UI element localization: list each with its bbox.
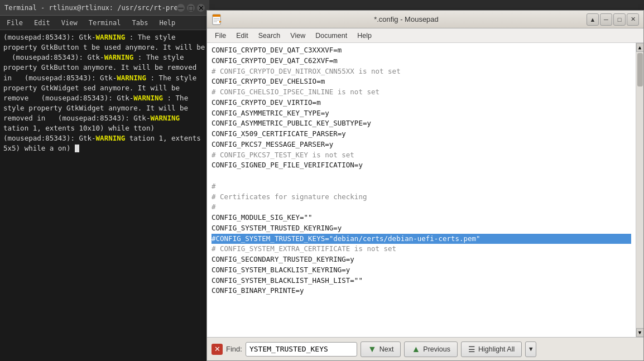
term-line: tation 1, extents 10x10) while: [3, 124, 129, 132]
term-line: [75, 144, 79, 152]
mousepad-titlebar: *.config - Mousepad ▲ ─ □ ✕: [207, 11, 643, 28]
mousepad-app-icon: [212, 14, 223, 25]
findbar: ✕ Find: ▼ Next ▲ Previous ☰ Highlight Al…: [207, 337, 643, 360]
editor-line: CONFIG_CRYPTO_DEV_CHELSIO=m: [212, 76, 631, 87]
svg-rect-1: [213, 15, 220, 17]
terminal-maximize-btn[interactable]: □: [187, 4, 195, 12]
terminal-window-controls: ─ □ ✕: [177, 4, 205, 12]
mousepad-title: *.config - Mousepad: [226, 15, 587, 23]
mousepad-menu-document[interactable]: Document: [311, 31, 352, 41]
term-line: (mousepad:85343): Gtk-WARNING: [25, 74, 146, 82]
find-close-button[interactable]: ✕: [212, 344, 223, 355]
terminal-menu-terminal[interactable]: Terminal: [86, 18, 123, 28]
scroll-down-btn[interactable]: ▼: [636, 328, 644, 337]
warning-label: WARNING: [96, 134, 126, 142]
editor-line: CONFIG_ASYMMETRIC_PUBLIC_KEY_SUBTYPE=y: [212, 118, 631, 129]
terminal-cursor: [75, 145, 79, 152]
terminal-close-btn[interactable]: ✕: [197, 4, 205, 12]
editor-line: CONFIG_SECONDARY_TRUSTED_KEYRING=y: [212, 254, 631, 265]
term-line: [3, 53, 8, 61]
highlight-all-button[interactable]: ☰ Highlight All: [461, 341, 522, 357]
editor-line: CONFIG_SYSTEM_BLACKLIST_KEYRING=y: [212, 265, 631, 276]
find-prev-label: Previous: [423, 345, 450, 353]
editor-line: # Certificates for signature checking: [212, 192, 631, 203]
mousepad-menu-file[interactable]: File: [210, 31, 230, 41]
editor-line: # CONFIG_PKCS7_TEST_KEY is not set: [212, 150, 631, 161]
highlight-icon: ☰: [468, 345, 475, 354]
editor-line: CONFIG_CRYPTO_DEV_VIRTIO=m: [212, 98, 631, 108]
warning-label: WARNING: [117, 74, 146, 82]
arrow-up-icon: ▲: [411, 344, 420, 354]
terminal-menu-help[interactable]: Help: [157, 18, 177, 28]
mousepad-menubar: File Edit Search View Document Help: [207, 28, 643, 43]
editor-line: # CONFIG_SYSTEM_EXTRA_CERTIFICATE is not…: [212, 244, 631, 254]
editor-line: [212, 171, 631, 181]
mousepad-menu-edit[interactable]: Edit: [232, 31, 253, 41]
scroll-thumb[interactable]: [637, 53, 643, 86]
editor-line-highlighted: #CONFIG_SYSTEM_TRUSTED_KEYS="debian/cert…: [212, 234, 631, 244]
editor-line: CONFIG_SYSTEM_TRUSTED_KEYRING=y: [212, 223, 631, 234]
terminal-window: Terminal - rtlinux@rtlinux: /usr/src/rt-…: [0, 0, 209, 361]
warning-label: WARNING: [133, 94, 163, 102]
find-input[interactable]: [246, 342, 357, 357]
term-line: [33, 94, 37, 102]
editor-area: CONFIG_CRYPTO_DEV_QAT_C3XXXVF=m CONFIG_C…: [207, 43, 643, 337]
term-line: (mousepad:85343): Gtk-WARNING: [12, 53, 133, 61]
highlight-dropdown-btn[interactable]: ▼: [525, 341, 536, 357]
editor-line: CONFIG_PKCS7_MESSAGE_PARSER=y: [212, 139, 631, 150]
scroll-up-btn[interactable]: ▲: [636, 43, 644, 52]
editor-scrollbar[interactable]: ▲ ▼: [636, 43, 643, 337]
arrow-down-icon: ▼: [368, 344, 377, 354]
editor-line: CONFIG_CRYPTO_DEV_QAT_C3XXXVF=m: [212, 45, 631, 56]
editor-line: CONFIG_SIGNED_PE_FILE_VERIFICATION=y: [212, 160, 631, 171]
term-line: [158, 124, 163, 132]
highlight-all-label: Highlight All: [478, 345, 515, 353]
mousepad-menu-search[interactable]: Search: [254, 31, 285, 41]
terminal-titlebar: Terminal - rtlinux@rtlinux: /usr/src/rt-…: [0, 0, 209, 16]
term-line: [16, 74, 21, 82]
term-line: (mousepad:85343): Gtk-WARNING: [3, 134, 125, 142]
warning-label: WARNING: [150, 114, 180, 122]
terminal-minimize-btn[interactable]: ─: [177, 4, 185, 12]
editor-line: # CONFIG_CHELSIO_IPSEC_INLINE is not set: [212, 87, 631, 98]
term-line: t be used anymore. It will be: [83, 43, 205, 51]
term-line: (mousepad:85343): Gtk-WARNING: [41, 94, 163, 102]
terminal-title: Terminal - rtlinux@rtlinux: /usr/src/rt-…: [4, 4, 177, 12]
mousepad-window: *.config - Mousepad ▲ ─ □ ✕ File Edit Se…: [206, 10, 644, 361]
terminal-menu-edit[interactable]: Edit: [32, 18, 52, 28]
mousepad-maximize-btn[interactable]: □: [613, 13, 626, 26]
editor-line: #: [212, 181, 631, 192]
mousepad-window-controls: ▲ ─ □ ✕: [587, 13, 639, 26]
mousepad-minimize-btn[interactable]: ─: [600, 13, 612, 26]
editor-line: CONFIG_CRYPTO_DEV_QAT_C62XVF=m: [212, 56, 631, 66]
term-line: tton): [133, 124, 155, 132]
find-label: Find:: [226, 345, 242, 353]
mousepad-menu-help[interactable]: Help: [353, 31, 376, 41]
term-line: on): [58, 144, 71, 152]
find-next-button[interactable]: ▼ Next: [361, 341, 401, 357]
editor-line: CONFIG_X509_CERTIFICATE_PARSER=y: [212, 129, 631, 139]
editor-line: #: [212, 202, 631, 213]
mousepad-close-btn[interactable]: ✕: [627, 13, 639, 26]
term-line: [50, 114, 54, 122]
editor-line: CONFIG_SYSTEM_BLACKLIST_HASH_LIST="": [212, 276, 631, 286]
warning-label: WARNING: [104, 53, 134, 61]
scroll-track[interactable]: [636, 52, 643, 328]
terminal-menu-view[interactable]: View: [59, 18, 80, 28]
find-next-label: Next: [379, 345, 394, 353]
editor-line: CONFIG_BINARY_PRINTE=y: [212, 286, 631, 296]
mousepad-scroll-up-btn[interactable]: ▲: [587, 13, 599, 26]
term-line: (mousepad:85343): Gtk-WARNING: [3, 33, 125, 41]
terminal-menu-tabs[interactable]: Tabs: [130, 18, 151, 28]
warning-label: WARNING: [96, 33, 126, 41]
terminal-content: (mousepad:85343): Gtk-WARNING : The styl…: [0, 30, 209, 361]
find-previous-button[interactable]: ▲ Previous: [404, 341, 457, 357]
mousepad-menu-view[interactable]: View: [286, 31, 310, 41]
terminal-menubar: File Edit View Terminal Tabs Help: [0, 16, 209, 30]
term-line: (mousepad:85343): Gtk-WARNING: [58, 114, 180, 122]
terminal-menu-file[interactable]: File: [4, 18, 25, 28]
editor-line: CONFIG_ASYMMETRIC_KEY_TYPE=y: [212, 108, 631, 119]
mousepad-editor[interactable]: CONFIG_CRYPTO_DEV_QAT_C3XXXVF=m CONFIG_C…: [207, 43, 636, 337]
editor-line: CONFIG_MODULE_SIG_KEY="": [212, 213, 631, 223]
editor-line: # CONFIG_CRYPTO_DEV_NITROX_CNN55XX is no…: [212, 66, 631, 77]
